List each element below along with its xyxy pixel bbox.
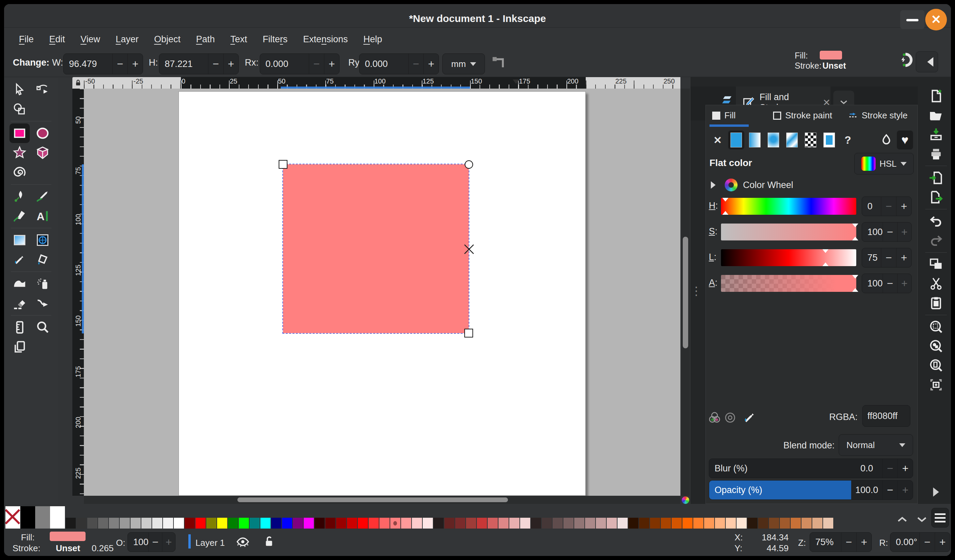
palette-swatch[interactable] xyxy=(455,518,465,529)
h-value[interactable]: 0 xyxy=(862,197,881,216)
palette-swatch[interactable] xyxy=(683,518,693,529)
a-value[interactable]: 100 xyxy=(862,274,883,293)
palette-swatch[interactable] xyxy=(325,518,335,529)
zoom-center-page-button[interactable] xyxy=(925,376,947,394)
menu-file[interactable]: File xyxy=(19,34,34,45)
zoom-tool[interactable] xyxy=(33,318,53,337)
palette-swatch[interactable] xyxy=(823,518,833,529)
palette-scroll-up[interactable] xyxy=(896,513,909,526)
palette-swatch[interactable] xyxy=(574,518,584,529)
tab-stroke-style[interactable]: Stroke style xyxy=(848,110,908,121)
palette-swatch[interactable] xyxy=(802,518,812,529)
object-opacity-spinbox[interactable]: 100 −+ xyxy=(127,532,175,552)
l-spinbox[interactable]: 75−+ xyxy=(862,248,912,267)
slider-marker[interactable] xyxy=(852,275,858,282)
palette-swatch[interactable] xyxy=(66,518,76,529)
palette-swatch[interactable] xyxy=(758,518,768,529)
palette-swatch[interactable] xyxy=(379,518,390,529)
export-button[interactable] xyxy=(925,188,947,206)
zoom-value[interactable]: 75% xyxy=(810,533,841,552)
unknown-paint-button[interactable]: ? xyxy=(840,131,856,149)
s-decrement[interactable]: − xyxy=(883,222,897,241)
palette-swatch[interactable] xyxy=(423,518,433,529)
rx-increment[interactable]: + xyxy=(324,54,339,74)
palette-swatch[interactable] xyxy=(369,518,379,529)
text-tool[interactable]: A xyxy=(33,206,53,226)
palette-swatch[interactable] xyxy=(163,518,173,529)
color-wheel-expander[interactable]: Color Wheel xyxy=(711,178,793,191)
save-document-button[interactable] xyxy=(925,126,947,143)
a-increment[interactable]: + xyxy=(897,274,911,293)
radial-gradient-button[interactable] xyxy=(765,131,781,149)
pen-tool[interactable] xyxy=(9,187,30,206)
star-tool[interactable] xyxy=(9,143,30,163)
palette-swatch[interactable] xyxy=(174,518,184,529)
pattern-button[interactable] xyxy=(803,131,819,149)
open-document-button[interactable] xyxy=(925,106,947,124)
tab-stroke-paint[interactable]: Stroke paint xyxy=(773,110,832,121)
a-decrement[interactable]: − xyxy=(883,274,897,293)
palette-swatch[interactable] xyxy=(217,518,227,529)
h-spinbox[interactable]: 0−+ xyxy=(862,197,912,216)
horizontal-ruler[interactable]: -50-250255075100125150175200225250 xyxy=(84,77,680,89)
rotation-value[interactable]: 0.00° xyxy=(891,533,919,552)
opacity-decrement[interactable]: − xyxy=(882,480,897,499)
palette-swatch[interactable] xyxy=(293,518,303,529)
ry-spinbox[interactable]: 0.000 −+ xyxy=(359,53,439,74)
rotation-inc[interactable]: + xyxy=(935,533,950,552)
l-increment[interactable]: + xyxy=(896,248,911,267)
selected-rectangle[interactable] xyxy=(283,164,469,333)
pages-tool[interactable] xyxy=(9,337,30,357)
palette-swatch[interactable] xyxy=(650,518,660,529)
s-value[interactable]: 100 xyxy=(862,222,883,241)
palette-swatch[interactable] xyxy=(390,518,401,529)
palette-swatch[interactable] xyxy=(737,518,747,529)
spray-tool[interactable] xyxy=(33,274,53,294)
ry-decrement[interactable]: − xyxy=(408,54,423,74)
pick-color-eyedropper-icon[interactable] xyxy=(741,409,758,425)
palette-white[interactable] xyxy=(50,506,65,529)
slider-marker[interactable] xyxy=(852,224,858,230)
blend-mode-dropdown[interactable]: Normal xyxy=(839,434,913,456)
layer-lock-toggle[interactable] xyxy=(262,534,276,549)
color-profile-icon[interactable] xyxy=(707,410,722,425)
current-layer-label[interactable]: Layer 1 xyxy=(196,538,225,548)
eraser-tool[interactable] xyxy=(9,294,30,313)
palette-swatch[interactable] xyxy=(531,518,541,529)
color-picker-mode-dropdown[interactable]: HSL xyxy=(854,153,914,175)
dock-resize-handle[interactable]: ⋮ xyxy=(691,277,701,304)
palette-swatch[interactable] xyxy=(693,518,703,529)
layer-visibility-toggle[interactable] xyxy=(235,534,250,549)
blur-value[interactable]: 0.0 xyxy=(851,459,882,478)
menu-edit[interactable]: Edit xyxy=(49,34,65,45)
menu-help[interactable]: Help xyxy=(363,34,382,45)
menu-text[interactable]: Text xyxy=(230,34,247,45)
flat-color-button[interactable] xyxy=(728,131,744,149)
palette-swatch[interactable] xyxy=(628,518,639,529)
rgba-input[interactable]: ff8080ff xyxy=(862,405,910,427)
palette-scroll-down[interactable] xyxy=(915,513,928,526)
width-value[interactable]: 96.479 xyxy=(64,54,112,74)
palette-swatch[interactable] xyxy=(77,518,86,529)
sharp-corners-icon[interactable] xyxy=(490,54,507,72)
palette-swatch[interactable] xyxy=(672,518,682,529)
h-slider-bar[interactable] xyxy=(721,198,856,215)
palette-swatch[interactable] xyxy=(250,518,260,529)
import-button[interactable] xyxy=(925,169,947,187)
palette-swatch[interactable] xyxy=(358,518,368,529)
tweak-tool[interactable] xyxy=(9,274,30,294)
spiral-tool[interactable] xyxy=(9,163,30,182)
zoom-selection-button[interactable] xyxy=(925,318,947,336)
rotation-dec[interactable]: − xyxy=(919,533,935,552)
height-increment[interactable]: + xyxy=(223,54,238,74)
collapse-dock-button[interactable] xyxy=(916,52,938,72)
opacity-dec[interactable]: − xyxy=(149,533,162,552)
node-tool[interactable] xyxy=(33,80,53,99)
palette-swatch[interactable] xyxy=(466,518,476,529)
fill-rule-even-odd-button[interactable] xyxy=(878,131,894,149)
no-paint-button[interactable]: ✕ xyxy=(709,131,726,149)
palette-swatch[interactable] xyxy=(109,518,119,529)
cut-button[interactable] xyxy=(925,275,947,293)
palette-swatch[interactable] xyxy=(98,518,108,529)
selector-tool[interactable] xyxy=(9,80,30,99)
